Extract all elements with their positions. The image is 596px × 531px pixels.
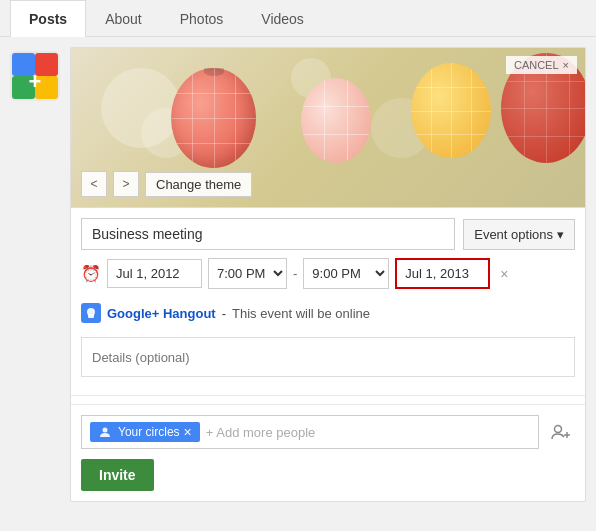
tab-posts[interactable]: Posts	[10, 0, 86, 37]
lantern-1	[171, 68, 256, 168]
details-input[interactable]	[81, 337, 575, 377]
theme-controls: < > Change theme	[81, 171, 252, 197]
tab-about[interactable]: About	[86, 0, 161, 37]
event-title-input[interactable]	[81, 218, 455, 250]
gplus-icon: +	[10, 51, 60, 101]
time-separator: -	[293, 266, 297, 281]
svg-rect-8	[88, 314, 94, 318]
circles-input-area[interactable]: Your circles × + Add more people	[81, 415, 539, 449]
next-theme-button[interactable]: >	[113, 171, 139, 197]
hangout-link[interactable]: Google+ Hangout	[107, 306, 216, 321]
event-options-button[interactable]: Event options ▾	[463, 219, 575, 250]
divider	[71, 395, 585, 396]
add-people-placeholder: + Add more people	[206, 425, 316, 440]
end-time-select[interactable]: 9:00 PM 9:30 PM 10:00 PM	[303, 258, 389, 289]
tab-photos[interactable]: Photos	[161, 0, 243, 37]
invite-button[interactable]: Invite	[81, 459, 154, 491]
start-date-input[interactable]	[107, 259, 202, 288]
form-area: Event options ▾ ⏰ 7:00 PM 7:30 PM 8:00 P…	[71, 208, 585, 387]
svg-point-10	[555, 426, 562, 433]
clock-icon: ⏰	[81, 264, 101, 283]
main-content: +	[0, 37, 596, 512]
cancel-button[interactable]: CANCEL ×	[506, 56, 577, 74]
theme-banner: CANCEL × < > Change theme	[71, 48, 585, 208]
hangout-row: Google+ Hangout - This event will be onl…	[81, 297, 575, 329]
hangout-icon	[81, 303, 101, 323]
hangout-description: This event will be online	[232, 306, 370, 321]
circles-row: Your circles × + Add more people	[81, 415, 575, 449]
tabs-bar: Posts About Photos Videos	[0, 0, 596, 37]
end-date-close-button[interactable]: ×	[496, 264, 512, 284]
add-person-button[interactable]	[545, 415, 575, 449]
tab-videos[interactable]: Videos	[242, 0, 323, 37]
hangout-separator: -	[222, 306, 226, 321]
end-date-input[interactable]	[395, 258, 490, 289]
prev-theme-button[interactable]: <	[81, 171, 107, 197]
event-card: CANCEL × < > Change theme	[70, 47, 586, 502]
svg-point-9	[103, 428, 108, 433]
svg-text:+: +	[29, 69, 42, 94]
remove-circles-button[interactable]: ×	[184, 425, 192, 439]
invite-section: Your circles × + Add more people Invite	[71, 404, 585, 501]
lantern-3	[411, 63, 491, 158]
event-title-row: Event options ▾	[81, 218, 575, 250]
your-circles-tag: Your circles ×	[90, 422, 200, 442]
start-time-select[interactable]: 7:00 PM 7:30 PM 8:00 PM	[208, 258, 287, 289]
change-theme-button[interactable]: Change theme	[145, 172, 252, 197]
datetime-row: ⏰ 7:00 PM 7:30 PM 8:00 PM - 9:00 PM 9:30…	[81, 258, 575, 289]
lantern-2	[301, 78, 371, 163]
